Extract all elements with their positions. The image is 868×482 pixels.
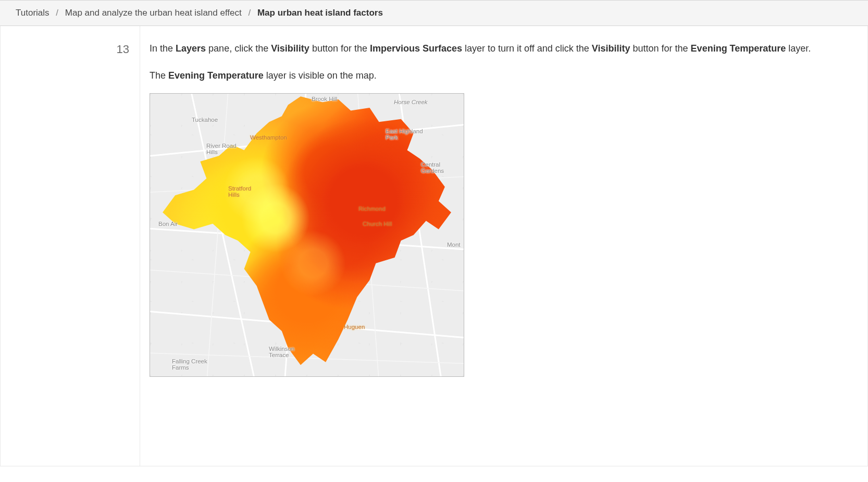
- label-montrose: Mont: [447, 242, 461, 248]
- step-gutter: 13: [1, 26, 140, 466]
- label-bon-air: Bon Air: [158, 221, 178, 227]
- label-east-highland-park: East Highland Park: [386, 128, 423, 141]
- text: button for the: [630, 43, 691, 54]
- text: pane, click the: [206, 43, 271, 54]
- breadcrumb-current: Map urban heat island factors: [257, 8, 383, 18]
- breadcrumb: Tutorials / Map and analyze the urban he…: [0, 0, 868, 26]
- bold-evening-temp-2: Evening Temperature: [168, 70, 264, 81]
- content-area: 13 In the Layers pane, click the Visibil…: [0, 26, 868, 466]
- bold-impervious: Impervious Surfaces: [370, 43, 462, 54]
- map-screenshot: Tuckahoe Westhampton River Road Hills St…: [150, 93, 464, 377]
- label-church-hill: Church Hill: [363, 221, 392, 227]
- breadcrumb-separator: /: [56, 8, 58, 18]
- label-brook-hill: Brook Hill: [312, 96, 337, 102]
- text: button for the: [309, 43, 370, 54]
- label-huguenot: Huguen: [344, 324, 365, 330]
- label-westhampton: Westhampton: [250, 134, 287, 141]
- breadcrumb-link-parent[interactable]: Map and analyze the urban heat island ef…: [65, 8, 242, 18]
- text: The: [150, 70, 168, 81]
- breadcrumb-separator: /: [248, 8, 251, 18]
- text: layer is visible on the map.: [264, 70, 377, 81]
- step-result: The Evening Temperature layer is visible…: [150, 69, 852, 83]
- breadcrumb-link-tutorials[interactable]: Tutorials: [16, 8, 49, 18]
- label-horse-creek: Horse Creek: [394, 99, 428, 105]
- svg-line-9: [207, 94, 228, 376]
- bold-layers: Layers: [176, 43, 206, 54]
- step-number: 13: [11, 42, 133, 56]
- text: layer.: [786, 43, 811, 54]
- label-river-road-hills: River Road Hills: [206, 143, 237, 155]
- text: In the: [150, 43, 176, 54]
- label-tuckahoe: Tuckahoe: [192, 117, 218, 123]
- label-central-gardens: Central Gardens: [421, 161, 444, 174]
- bold-visibility-1: Visibility: [271, 43, 309, 54]
- text: layer to turn it off and click the: [462, 43, 592, 54]
- bold-visibility-2: Visibility: [592, 43, 630, 54]
- label-stratford-hills: Stratford Hills: [228, 185, 251, 198]
- bold-evening-temp: Evening Temperature: [691, 43, 786, 54]
- step-body: In the Layers pane, click the Visibility…: [140, 26, 867, 466]
- label-wilkinson-terrace: Wilkinson Terrace: [269, 346, 294, 358]
- step-instruction: In the Layers pane, click the Visibility…: [150, 42, 852, 56]
- label-richmond: Richmond: [358, 206, 386, 212]
- label-falling-creek-farms: Falling Creek Farms: [172, 358, 207, 371]
